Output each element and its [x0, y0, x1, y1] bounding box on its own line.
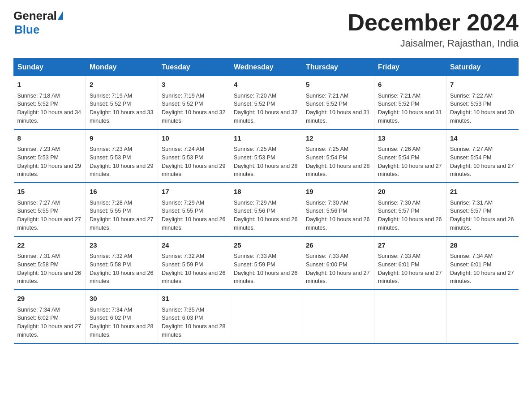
day-info: Sunrise: 7:34 AMSunset: 6:02 PMDaylight:… — [17, 306, 82, 339]
calendar-cell: 2 Sunrise: 7:19 AMSunset: 5:52 PMDayligh… — [86, 76, 158, 129]
day-number: 22 — [17, 240, 82, 251]
day-number: 11 — [234, 133, 298, 144]
calendar-cell: 4 Sunrise: 7:20 AMSunset: 5:52 PMDayligh… — [230, 76, 302, 129]
day-info: Sunrise: 7:26 AMSunset: 5:54 PMDaylight:… — [378, 145, 442, 179]
day-info: Sunrise: 7:23 AMSunset: 5:53 PMDaylight:… — [90, 145, 154, 179]
logo-triangle-icon — [58, 11, 63, 20]
day-info: Sunrise: 7:25 AMSunset: 5:53 PMDaylight:… — [234, 145, 298, 179]
calendar-cell: 25 Sunrise: 7:33 AMSunset: 5:59 PMDaylig… — [230, 236, 302, 290]
day-info: Sunrise: 7:35 AMSunset: 6:03 PMDaylight:… — [162, 306, 226, 339]
day-info: Sunrise: 7:34 AMSunset: 6:01 PMDaylight:… — [450, 252, 515, 286]
day-info: Sunrise: 7:32 AMSunset: 5:59 PMDaylight:… — [162, 252, 226, 286]
calendar-cell: 11 Sunrise: 7:25 AMSunset: 5:53 PMDaylig… — [230, 129, 302, 183]
calendar-cell: 26 Sunrise: 7:33 AMSunset: 6:00 PMDaylig… — [302, 236, 374, 290]
calendar-cell: 1 Sunrise: 7:18 AMSunset: 5:52 PMDayligh… — [14, 76, 86, 129]
day-number: 10 — [162, 133, 226, 144]
calendar-week-row: 1 Sunrise: 7:18 AMSunset: 5:52 PMDayligh… — [14, 76, 519, 129]
day-info: Sunrise: 7:33 AMSunset: 5:59 PMDaylight:… — [234, 252, 298, 286]
day-header-wednesday: Wednesday — [230, 59, 302, 76]
title-block: December 2024 Jaisalmer, Rajasthan, Indi… — [348, 9, 519, 49]
calendar-cell: 19 Sunrise: 7:30 AMSunset: 5:56 PMDaylig… — [302, 183, 374, 236]
day-number: 8 — [17, 133, 82, 144]
day-number: 29 — [17, 294, 82, 304]
calendar-cell: 3 Sunrise: 7:19 AMSunset: 5:52 PMDayligh… — [158, 76, 230, 129]
calendar-cell: 31 Sunrise: 7:35 AMSunset: 6:03 PMDaylig… — [158, 290, 230, 343]
day-info: Sunrise: 7:25 AMSunset: 5:54 PMDaylight:… — [306, 145, 370, 179]
calendar-cell — [302, 290, 374, 343]
day-number: 28 — [450, 240, 515, 251]
calendar-cell: 13 Sunrise: 7:26 AMSunset: 5:54 PMDaylig… — [374, 129, 446, 183]
day-number: 16 — [90, 187, 154, 197]
calendar-cell: 12 Sunrise: 7:25 AMSunset: 5:54 PMDaylig… — [302, 129, 374, 183]
calendar-cell — [230, 290, 302, 343]
day-number: 18 — [234, 187, 298, 197]
day-number: 25 — [234, 240, 298, 251]
day-number: 14 — [450, 133, 515, 144]
day-header-saturday: Saturday — [446, 59, 519, 76]
day-info: Sunrise: 7:27 AMSunset: 5:55 PMDaylight:… — [17, 199, 82, 232]
day-number: 7 — [450, 80, 515, 90]
day-number: 1 — [17, 80, 82, 90]
day-info: Sunrise: 7:19 AMSunset: 5:52 PMDaylight:… — [162, 92, 226, 125]
calendar-cell: 22 Sunrise: 7:31 AMSunset: 5:58 PMDaylig… — [14, 236, 86, 290]
calendar-cell: 30 Sunrise: 7:34 AMSunset: 6:02 PMDaylig… — [86, 290, 158, 343]
calendar-cell: 14 Sunrise: 7:27 AMSunset: 5:54 PMDaylig… — [446, 129, 519, 183]
calendar-cell: 17 Sunrise: 7:29 AMSunset: 5:55 PMDaylig… — [158, 183, 230, 236]
day-number: 9 — [90, 133, 154, 144]
calendar-cell: 8 Sunrise: 7:23 AMSunset: 5:53 PMDayligh… — [14, 129, 86, 183]
calendar-cell: 10 Sunrise: 7:24 AMSunset: 5:53 PMDaylig… — [158, 129, 230, 183]
calendar-table: SundayMondayTuesdayWednesdayThursdayFrid… — [13, 58, 519, 344]
calendar-title: December 2024 — [348, 9, 519, 36]
day-info: Sunrise: 7:27 AMSunset: 5:54 PMDaylight:… — [450, 145, 515, 179]
day-number: 31 — [162, 294, 226, 304]
day-info: Sunrise: 7:31 AMSunset: 5:57 PMDaylight:… — [450, 199, 515, 232]
day-info: Sunrise: 7:20 AMSunset: 5:52 PMDaylight:… — [234, 92, 298, 125]
day-info: Sunrise: 7:24 AMSunset: 5:53 PMDaylight:… — [162, 145, 226, 179]
day-number: 5 — [306, 80, 370, 90]
day-info: Sunrise: 7:28 AMSunset: 5:55 PMDaylight:… — [90, 199, 154, 232]
calendar-cell: 23 Sunrise: 7:32 AMSunset: 5:58 PMDaylig… — [86, 236, 158, 290]
day-number: 24 — [162, 240, 226, 251]
day-number: 30 — [90, 294, 154, 304]
day-number: 13 — [378, 133, 442, 144]
day-number: 6 — [378, 80, 442, 90]
day-info: Sunrise: 7:19 AMSunset: 5:52 PMDaylight:… — [90, 92, 154, 125]
day-info: Sunrise: 7:21 AMSunset: 5:52 PMDaylight:… — [306, 92, 370, 125]
day-number: 23 — [90, 240, 154, 251]
day-info: Sunrise: 7:30 AMSunset: 5:57 PMDaylight:… — [378, 199, 442, 232]
day-number: 3 — [162, 80, 226, 90]
day-info: Sunrise: 7:33 AMSunset: 6:00 PMDaylight:… — [306, 252, 370, 286]
day-info: Sunrise: 7:33 AMSunset: 6:01 PMDaylight:… — [378, 252, 442, 286]
calendar-subtitle: Jaisalmer, Rajasthan, India — [348, 38, 519, 49]
day-number: 2 — [90, 80, 154, 90]
day-header-thursday: Thursday — [302, 59, 374, 76]
calendar-cell: 18 Sunrise: 7:29 AMSunset: 5:56 PMDaylig… — [230, 183, 302, 236]
calendar-cell: 16 Sunrise: 7:28 AMSunset: 5:55 PMDaylig… — [86, 183, 158, 236]
day-number: 20 — [378, 187, 442, 197]
day-info: Sunrise: 7:29 AMSunset: 5:56 PMDaylight:… — [234, 199, 298, 232]
page-header: General Blue December 2024 Jaisalmer, Ra… — [13, 9, 519, 49]
day-info: Sunrise: 7:34 AMSunset: 6:02 PMDaylight:… — [90, 306, 154, 339]
calendar-cell: 24 Sunrise: 7:32 AMSunset: 5:59 PMDaylig… — [158, 236, 230, 290]
day-header-friday: Friday — [374, 59, 446, 76]
calendar-week-row: 8 Sunrise: 7:23 AMSunset: 5:53 PMDayligh… — [14, 129, 519, 183]
calendar-cell: 20 Sunrise: 7:30 AMSunset: 5:57 PMDaylig… — [374, 183, 446, 236]
day-number: 27 — [378, 240, 442, 251]
calendar-cell: 28 Sunrise: 7:34 AMSunset: 6:01 PMDaylig… — [446, 236, 519, 290]
calendar-week-row: 15 Sunrise: 7:27 AMSunset: 5:55 PMDaylig… — [14, 183, 519, 236]
calendar-cell: 15 Sunrise: 7:27 AMSunset: 5:55 PMDaylig… — [14, 183, 86, 236]
calendar-cell: 7 Sunrise: 7:22 AMSunset: 5:53 PMDayligh… — [446, 76, 519, 129]
calendar-cell: 6 Sunrise: 7:21 AMSunset: 5:52 PMDayligh… — [374, 76, 446, 129]
day-header-tuesday: Tuesday — [158, 59, 230, 76]
day-number: 17 — [162, 187, 226, 197]
day-number: 12 — [306, 133, 370, 144]
day-info: Sunrise: 7:22 AMSunset: 5:53 PMDaylight:… — [450, 92, 515, 125]
calendar-week-row: 22 Sunrise: 7:31 AMSunset: 5:58 PMDaylig… — [14, 236, 519, 290]
calendar-week-row: 29 Sunrise: 7:34 AMSunset: 6:02 PMDaylig… — [14, 290, 519, 343]
logo-blue-text: Blue — [14, 23, 39, 37]
day-info: Sunrise: 7:31 AMSunset: 5:58 PMDaylight:… — [17, 252, 82, 286]
day-number: 21 — [450, 187, 515, 197]
day-number: 26 — [306, 240, 370, 251]
logo-general-text: General — [13, 9, 57, 23]
calendar-cell: 9 Sunrise: 7:23 AMSunset: 5:53 PMDayligh… — [86, 129, 158, 183]
